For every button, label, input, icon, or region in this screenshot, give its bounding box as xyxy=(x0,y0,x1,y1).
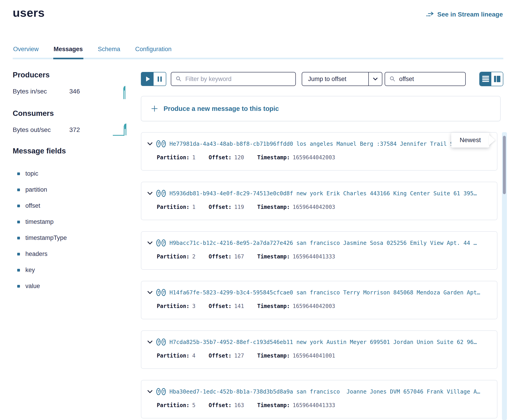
timestamp-pair: Timestamp: 1659644042003 xyxy=(257,154,335,161)
message-header-row[interactable]: ? ? H5936db81-b943-4e0f-8c29-74513e0c0d8… xyxy=(147,190,496,197)
message-field-item[interactable]: value xyxy=(13,278,67,294)
jump-to-offset-label: Jump to offset xyxy=(302,75,368,82)
pause-button[interactable] xyxy=(154,72,166,86)
list-view-button[interactable] xyxy=(480,72,491,86)
message-fields-list: topic partition offset timestamp timesta… xyxy=(13,166,67,294)
offset-value: 167 xyxy=(234,254,244,260)
message-header-row[interactable]: ? ? H9bacc71c-b12c-4216-8e95-2a7da727e42… xyxy=(147,240,496,247)
message-value-preview: H14fa67fe-5823-4299-b3c4-595845cfcae0 sa… xyxy=(169,289,480,296)
field-bullet-icon xyxy=(17,205,20,207)
message-field-item[interactable]: partition xyxy=(13,182,67,198)
tab-configuration[interactable]: Configuration xyxy=(135,44,172,59)
message-header-row[interactable]: ? ? Hba30eed7-1edc-452b-8b1a-738d3b5d8a9… xyxy=(147,388,496,395)
timestamp-pair: Timestamp: 1659644042003 xyxy=(257,204,335,210)
expand-chevron-icon[interactable] xyxy=(147,390,153,394)
timestamp-label: Timestamp: xyxy=(257,402,290,408)
timestamp-pair: Timestamp: 1659644041333 xyxy=(257,402,335,408)
field-bullet-icon xyxy=(17,237,20,240)
offset-pair: Offset: 141 xyxy=(209,303,244,309)
unrenderable-glyph-icon: ? xyxy=(156,338,161,345)
field-label: topic xyxy=(25,170,38,177)
message-value-preview: Hba30eed7-1edc-452b-8b1a-738d3b5d8a9a sa… xyxy=(169,388,480,395)
producers-heading: Producers xyxy=(13,71,50,79)
timestamp-value: 1659644042003 xyxy=(293,204,335,210)
tab-messages[interactable]: Messages xyxy=(53,44,83,59)
message-card: ? ? H7cda825b-35b7-4952-88ef-c193d546eb1… xyxy=(141,330,497,369)
timestamp-label: Timestamp: xyxy=(257,204,290,210)
offset-pair: Offset: 119 xyxy=(209,204,244,210)
column-view-button[interactable] xyxy=(491,72,503,86)
bytes-out-value: 372 xyxy=(69,126,80,134)
offset-search-icon xyxy=(390,76,395,82)
offset-label: Offset: xyxy=(209,303,231,309)
bytes-in-metric: Bytes in/sec 346 xyxy=(13,88,80,95)
unrenderable-glyph-icon: ? xyxy=(162,140,166,147)
expand-chevron-icon[interactable] xyxy=(147,291,153,294)
message-field-item[interactable]: timestamp xyxy=(13,214,67,230)
chevron-down-icon xyxy=(368,72,382,86)
message-field-item[interactable]: offset xyxy=(13,198,67,214)
tab-overview[interactable]: Overview xyxy=(13,44,39,59)
jump-to-offset-select[interactable]: Jump to offset xyxy=(302,72,382,86)
offset-input[interactable] xyxy=(399,75,480,83)
field-label: partition xyxy=(25,186,47,193)
partition-label: Partition: xyxy=(157,154,190,161)
field-label: value xyxy=(25,283,40,290)
offset-value: 120 xyxy=(234,154,244,161)
filter-input[interactable] xyxy=(185,75,295,83)
column-view-icon xyxy=(493,75,501,82)
messages-scrollbar-thumb[interactable] xyxy=(503,136,506,194)
message-header-row[interactable]: ? ? H14fa67fe-5823-4299-b3c4-595845cfcae… xyxy=(147,289,496,296)
topic-tabs: Overview Messages Schema Configuration xyxy=(13,44,503,59)
unrenderable-glyph-icon: ? xyxy=(162,289,166,296)
keyword-filter xyxy=(171,72,296,86)
expand-chevron-icon[interactable] xyxy=(147,241,153,245)
timestamp-value: 1659644041333 xyxy=(293,402,335,408)
produce-message-button[interactable]: Produce a new message to this topic xyxy=(141,96,501,121)
message-field-item[interactable]: headers xyxy=(13,246,67,262)
unrenderable-glyph-icon: ? xyxy=(162,190,166,197)
offset-pair: Offset: 120 xyxy=(209,154,244,161)
field-bullet-icon xyxy=(17,269,20,271)
messages-scrollbar-track[interactable] xyxy=(502,132,507,420)
offset-label: Offset: xyxy=(209,352,231,359)
partition-pair: Partition: 3 xyxy=(157,303,195,309)
partition-label: Partition: xyxy=(157,352,190,359)
play-button[interactable] xyxy=(141,72,154,86)
consumers-heading: Consumers xyxy=(13,109,54,118)
unrenderable-glyph-icon: ? xyxy=(162,240,166,247)
message-fields-heading: Message fields xyxy=(13,147,66,155)
expand-chevron-icon[interactable] xyxy=(147,142,153,146)
message-list: ? ? He77981da-4a43-48ab-b8f8-cb71b96ffdd… xyxy=(141,132,497,420)
message-field-item[interactable]: timestampType xyxy=(13,230,67,246)
partition-label: Partition: xyxy=(157,204,190,210)
partition-label: Partition: xyxy=(157,254,190,260)
offset-value: 127 xyxy=(234,352,244,359)
stream-lineage-label: See in Stream lineage xyxy=(437,11,503,18)
timestamp-value: 1659644041001 xyxy=(293,352,335,359)
message-card: ? ? H14fa67fe-5823-4299-b3c4-595845cfcae… xyxy=(141,281,497,319)
message-field-item[interactable]: key xyxy=(13,262,67,278)
produce-message-label: Produce a new message to this topic xyxy=(163,105,279,112)
unrenderable-glyph-icon: ? xyxy=(156,388,161,395)
message-header-row[interactable]: ? ? H7cda825b-35b7-4952-88ef-c193d546eb1… xyxy=(147,338,496,345)
partition-value: 3 xyxy=(192,303,195,309)
message-value-preview: H7cda825b-35b7-4952-88ef-c193d546eb11 ne… xyxy=(169,339,477,345)
message-meta-row: Partition: 3 Offset: 141 Timestamp: 1659… xyxy=(157,303,335,309)
expand-chevron-icon[interactable] xyxy=(147,340,153,344)
field-label: headers xyxy=(25,250,47,257)
field-bullet-icon xyxy=(17,285,20,288)
partition-label: Partition: xyxy=(157,402,190,408)
unrenderable-glyph-icon: ? xyxy=(162,338,166,345)
message-header-row[interactable]: ? ? He77981da-4a43-48ab-b8f8-cb71b96ffdd… xyxy=(147,140,496,147)
topic-messages-page: users See in Stream lineage Overview Mes… xyxy=(0,0,516,420)
expand-chevron-icon[interactable] xyxy=(147,192,153,195)
timestamp-value: 1659644042003 xyxy=(293,303,335,309)
message-field-item[interactable]: topic xyxy=(13,166,67,182)
message-meta-row: Partition: 1 Offset: 119 Timestamp: 1659… xyxy=(157,204,335,210)
unrenderable-glyph-icon: ? xyxy=(156,140,161,147)
partition-label: Partition: xyxy=(157,303,190,309)
timestamp-value: 1659644042003 xyxy=(293,154,335,161)
stream-lineage-link[interactable]: See in Stream lineage xyxy=(426,11,503,18)
tab-schema[interactable]: Schema xyxy=(97,44,121,59)
